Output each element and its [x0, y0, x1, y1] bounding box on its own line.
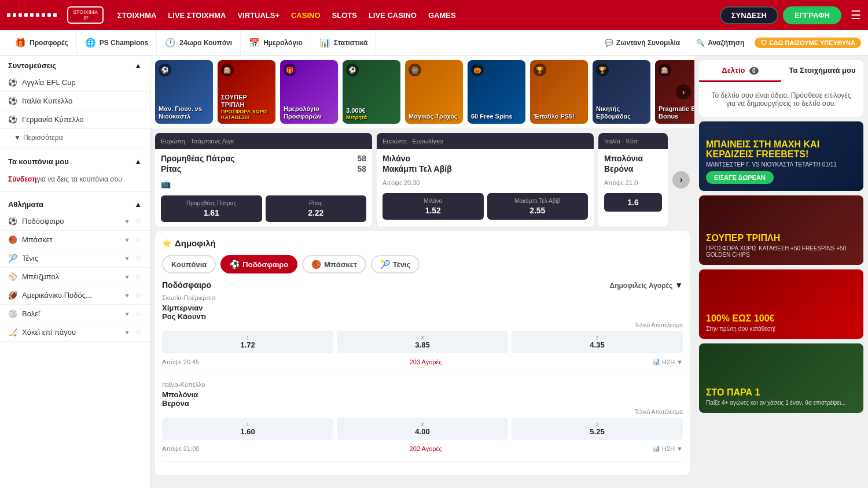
nav-live-stoixima[interactable]: LIVE ΣΤΟΙΧΗΜΑ	[168, 11, 226, 20]
match-1-odd-1[interactable]: 1 1.72	[162, 331, 333, 353]
banner-sto-para[interactable]: ΣΤΟ ΠΑΡΑ 1 Παίξε 4+ αγώνες και αν χάσεις…	[699, 343, 863, 413]
grid-icon[interactable]	[7, 13, 57, 17]
ice-hockey-fav-icon[interactable]: ☆	[135, 328, 142, 337]
banner-1-cta-button[interactable]: ΕΙΣΑΓΕ ΔΩΡΕΑΝ	[706, 171, 774, 184]
promo-nikitis[interactable]: 🏆 Νικητής Εβδομάδας	[593, 60, 650, 124]
event-2-odd-2[interactable]: Μακάμπι Τελ Αβίβ 2.55	[487, 193, 589, 220]
betslip-tab-deltion[interactable]: Δελτίο 0	[699, 60, 781, 82]
nav-stoixima[interactable]: ΣΤΟΙΧΗΜΑ	[117, 11, 157, 20]
coupons-note: Σύνδεσηγια να δεις τα κουπόνια σου	[0, 169, 150, 189]
baseball-fav-icon[interactable]: ☆	[135, 272, 142, 281]
promo-title-8: Νικητής Εβδομάδας	[596, 105, 647, 120]
promo-battles[interactable]: 🏆 'Επαθλο PS5!	[530, 60, 588, 124]
match-1-odd-x[interactable]: Χ 3.85	[337, 331, 508, 353]
event-card-2: Ευρώπη - Ευρωλίγκα Μιλάνο Μακάμπι Τελ Αβ…	[377, 133, 594, 227]
tab-coupons[interactable]: Κουπόνια	[162, 255, 216, 273]
subnav-offers[interactable]: 🎁 Προσφορές	[7, 30, 77, 55]
tab-basketball[interactable]: 🏀 Μπάσκετ	[302, 255, 366, 273]
sidebar-item-italy[interactable]: ⚽ Ιταλία Κύπελλο	[0, 92, 150, 110]
sidebar-more[interactable]: ▼ Περισσότερα	[0, 129, 150, 146]
tennis-fav-icon[interactable]: ☆	[135, 254, 142, 263]
nav-live-casino[interactable]: LIVE CASINO	[369, 11, 417, 20]
basketball-fav-icon[interactable]: ☆	[135, 235, 142, 244]
promo-super-triple[interactable]: 🎰 ΣΟΥΠΕΡ ΤΡΙΠΛΗ ΠΡΟΣΦΟΡΑ ΧΩΡΙΣ ΚΑΤΑΘΕΣΗ	[218, 60, 275, 124]
banner-2-title: ΣΟΥΠΕΡ ΤΡΙΠΛΗ	[706, 233, 856, 243]
banner-ps-champions[interactable]: ΜΠΑΙΝΕΙΣ ΣΤΗ ΜΑΧΗ ΚΑΙ ΚΕΡΔΙΖΕΙΣ FREEBETS…	[699, 121, 863, 191]
sidebar-basketball[interactable]: 🏀 Μπάσκετ ▼ ☆	[0, 231, 150, 249]
subnav-stats[interactable]: 📊 Στατιστικά	[311, 30, 377, 55]
login-button[interactable]: ΣΥΝΔΕΣΗ	[720, 6, 778, 24]
promo-title-9: Pragmatic Buy Bonus	[659, 105, 694, 120]
match-2-odd-2[interactable]: 2 5.25	[512, 417, 683, 440]
subnav-calendar[interactable]: 📅 Ημερολόγιο	[241, 30, 311, 55]
promo-wheel[interactable]: 🎡 Μαγικός Τροχός	[405, 60, 463, 124]
nav-casino[interactable]: CASINO	[291, 11, 321, 20]
sidebar-american-football[interactable]: 🏈 Αμερικάνικο Ποδός... ▼ ☆	[0, 286, 150, 305]
banner-100-percent[interactable]: 100% ΕΩΣ 100€ Στην πρώτη σου κατάθεση!	[699, 269, 863, 339]
match-2-result-label: Τελικό Αποτέλεσμα	[162, 409, 683, 415]
h2h-chevron-icon-1: ▼	[676, 358, 683, 365]
am-football-fav-icon[interactable]: ☆	[135, 291, 142, 300]
chart-icon-2: 📊	[652, 445, 660, 452]
match-2-odd-1[interactable]: 1 1.60	[162, 417, 333, 440]
tab-tennis[interactable]: 🎾 Τένις	[371, 255, 420, 273]
hamburger-icon[interactable]: ☰	[851, 8, 861, 22]
event-2-league: Ευρώπη - Ευρωλίγκα	[377, 133, 594, 149]
sidebar-football[interactable]: ⚽ Ποδόσφαιρο ▼ ☆	[0, 212, 150, 231]
tab-football[interactable]: ⚽ Ποδόσφαιρο	[220, 255, 297, 273]
match-1-odd-2[interactable]: 2 4.35	[512, 331, 683, 353]
volleyball-fav-icon[interactable]: ☆	[135, 309, 142, 318]
sidebar-item-england[interactable]: ⚽ Αγγλία EFL Cup	[0, 73, 150, 92]
match-2-h2h-button[interactable]: 📊 H2H ▼	[652, 445, 683, 452]
sidebar-ice-hockey[interactable]: 🏒 Χόκεϊ επί πάγου ▼ ☆	[0, 323, 150, 342]
event-1-odd-1[interactable]: Προμηθέας Πάτρας 1.61	[161, 195, 262, 222]
nav-games[interactable]: GAMES	[428, 11, 456, 20]
banner-super-triple[interactable]: ΣΟΥΠΕΡ ΤΡΙΠΛΗ ΠΡΟΣΦΟΡΑ ΧΩΡΙΣ ΚΑΤΑΘΕΣΗ +5…	[699, 195, 863, 265]
football-fav-icon[interactable]: ☆	[135, 217, 142, 225]
events-next-button[interactable]: ›	[672, 171, 690, 188]
promo-subtitle-2: ΠΡΟΣΦΟΡΑ ΧΩΡΙΣ ΚΑΤΑΘΕΣΗ	[221, 109, 272, 120]
logo[interactable]: STOIXIMA .gr	[67, 6, 104, 24]
sidebar-baseball[interactable]: ⚾ Μπέιζμπολ ▼ ☆	[0, 268, 150, 286]
tab-tennis-label: Τένις	[393, 260, 410, 269]
event-3-odd-1[interactable]: 1.6	[604, 193, 662, 212]
login-link[interactable]: Σύνδεση	[8, 175, 36, 183]
promo-3000[interactable]: ⚽ 3.000€ Μετρητά	[343, 60, 400, 124]
match-2-odd-x[interactable]: Χ 4.00	[337, 417, 508, 440]
markets-dropdown[interactable]: Δημοφιλείς Αγορές ▼	[610, 280, 683, 290]
search[interactable]: 🔍 Αναζήτηση	[690, 39, 750, 47]
responsible-gaming-badge[interactable]: 🛡 ΕΔΩ ΠΑΙΖΟΥΜΕ ΥΠΕΥΘΥΝΑ	[755, 38, 861, 48]
promo-offer-ps[interactable]: 🎁 Ημερολόγιο Προσφορών	[280, 60, 338, 124]
banner-4-subtitle: Παίξε 4+ αγώνες και αν χάσεις 1 έναν, θα…	[706, 400, 856, 406]
register-button[interactable]: ΕΓΓΡΑΦΗ	[783, 6, 841, 24]
promo-ps-champions[interactable]: ⚽ Μαν. Γιουν. vs Νιούκαστλ	[155, 60, 213, 124]
athletics-header[interactable]: Αθλήματα ▲	[0, 194, 150, 212]
search-label: Αναζήτηση	[708, 39, 744, 47]
match-1-time: Απόψε 20:45	[162, 358, 199, 365]
event-2-odd-1[interactable]: Μιλάνο 1.52	[382, 193, 484, 220]
event-1-odd-2[interactable]: Ρίτας 2.22	[266, 195, 367, 222]
tennis-chevron-icon: ▼	[124, 255, 130, 262]
coupons-header[interactable]: Τα κουπόνια μου ▲	[0, 151, 150, 169]
match-2-markets[interactable]: 202 Αγορές	[410, 445, 442, 452]
match-2-time: Απόψε 21:00	[162, 445, 199, 452]
sidebar-tennis[interactable]: 🎾 Τένις ▼ ☆	[0, 249, 150, 268]
baseball-label: Μπέιζμπολ	[22, 272, 119, 281]
promo-strip-next-button[interactable]: ›	[676, 84, 691, 99]
live-chat[interactable]: 💬 Ζωντανή Συνομιλία	[599, 39, 686, 47]
match-1-h2h-button[interactable]: 📊 H2H ▼	[652, 358, 683, 365]
sidebar-item-germany[interactable]: ⚽ Γερμανία Κύπελλο	[0, 110, 150, 129]
sidebar-volleyball[interactable]: 🏐 Βολεΐ ▼ ☆	[0, 305, 150, 323]
betslip-tab-my-bets[interactable]: Τα Στοιχήματά μου	[781, 60, 863, 82]
banner-3-subtitle: Στην πρώτη σου κατάθεση!	[706, 326, 856, 332]
subnav-24h-coupon[interactable]: 🕐 24ωρο Κουπόνι	[157, 30, 241, 55]
promo-60-free-spins[interactable]: 🎃 60 Free Spins	[468, 60, 525, 124]
nav-virtuals[interactable]: VIRTUALS+	[237, 11, 279, 20]
nav-slots[interactable]: SLOTS	[332, 11, 357, 20]
promo-icon-9: 🎰	[659, 64, 671, 76]
shortcuts-header[interactable]: Συντομεύσεις ▲	[0, 56, 150, 73]
popular-section: ⭐ Δημοφιλή Κουπόνια ⚽ Ποδόσφαιρο 🏀 Μπάσκ…	[155, 231, 690, 475]
banner-4-content: ΣΤΟ ΠΑΡΑ 1 Παίξε 4+ αγώνες και αν χάσεις…	[699, 343, 863, 413]
match-1-markets[interactable]: 203 Αγορές	[410, 358, 442, 365]
subnav-ps-champions[interactable]: 🌐 PS Champions	[77, 30, 157, 55]
